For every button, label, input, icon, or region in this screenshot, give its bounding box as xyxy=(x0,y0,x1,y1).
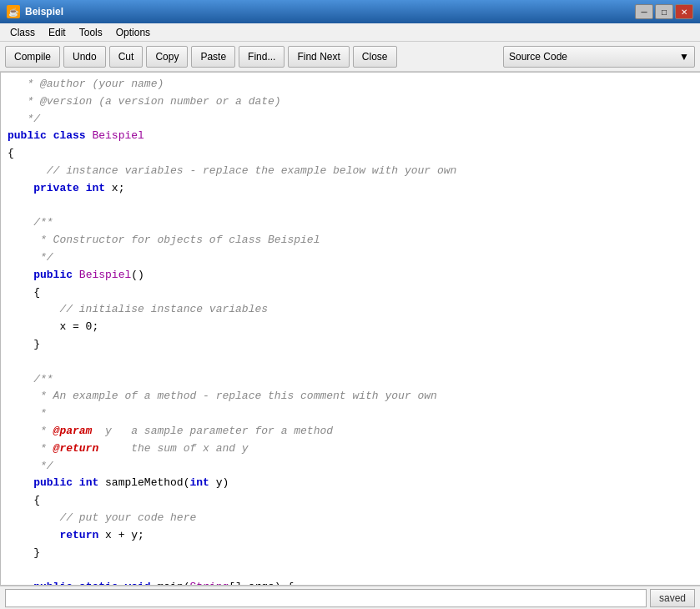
menu-class[interactable]: Class xyxy=(3,25,42,40)
toolbar: Compile Undo Cut Copy Paste Find... Find… xyxy=(0,42,700,72)
paste-button[interactable]: Paste xyxy=(191,46,235,68)
window-title: Beispiel xyxy=(25,6,63,18)
title-bar-left: ☕ Beispiel xyxy=(7,5,63,18)
copy-button[interactable]: Copy xyxy=(146,46,188,68)
compile-button[interactable]: Compile xyxy=(5,46,60,68)
maximize-button[interactable]: □ xyxy=(655,4,673,19)
app-icon: ☕ xyxy=(7,5,20,18)
editor-container: * @author (your name) * @version (a vers… xyxy=(0,72,700,586)
close-window-button[interactable]: ✕ xyxy=(675,4,693,19)
code-editor[interactable]: * @author (your name) * @version (a vers… xyxy=(0,72,700,586)
menu-edit[interactable]: Edit xyxy=(42,25,73,40)
find-next-button[interactable]: Find Next xyxy=(288,46,349,68)
find-button[interactable]: Find... xyxy=(239,46,285,68)
status-bar: saved xyxy=(0,586,700,609)
menu-bar: Class Edit Tools Options xyxy=(0,23,700,42)
menu-tools[interactable]: Tools xyxy=(73,25,109,40)
window-controls[interactable]: ─ □ ✕ xyxy=(635,4,693,19)
cut-button[interactable]: Cut xyxy=(109,46,144,68)
source-code-dropdown[interactable]: Source Code ▼ xyxy=(503,46,695,68)
title-bar: ☕ Beispiel ─ □ ✕ xyxy=(0,0,700,23)
minimize-button[interactable]: ─ xyxy=(635,4,653,19)
dropdown-arrow-icon: ▼ xyxy=(679,51,689,63)
status-input[interactable] xyxy=(5,589,647,607)
source-code-label: Source Code xyxy=(509,51,567,63)
menu-options[interactable]: Options xyxy=(109,25,157,40)
undo-button[interactable]: Undo xyxy=(63,46,106,68)
saved-status: saved xyxy=(650,589,695,607)
close-button[interactable]: Close xyxy=(353,46,397,68)
